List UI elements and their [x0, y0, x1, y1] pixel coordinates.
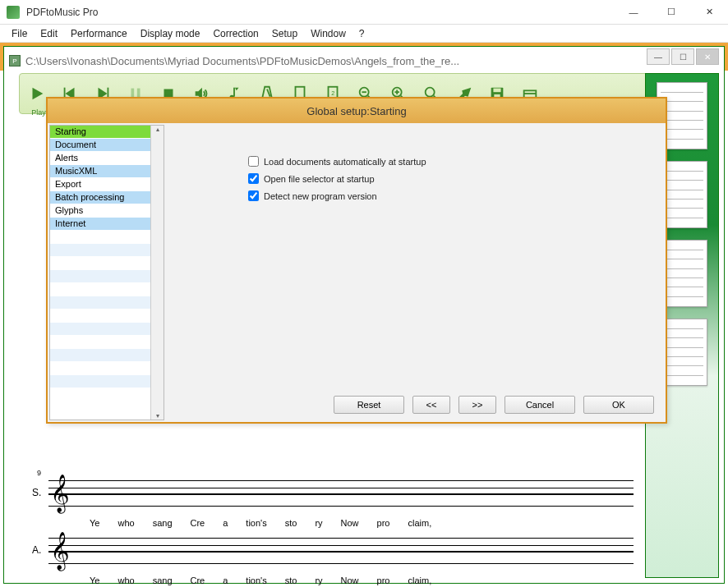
voice-label: S. [32, 487, 41, 498]
maximize-button[interactable]: ☐ [652, 0, 690, 25]
menu-display-mode[interactable]: Display mode [134, 26, 207, 41]
voice-label: A. [32, 544, 41, 556]
menu-setup[interactable]: Setup [265, 26, 304, 41]
doc-close-button[interactable]: ✕ [696, 48, 719, 65]
menu-file[interactable]: File [5, 26, 34, 41]
next-page-button[interactable]: >> [458, 396, 496, 414]
app-icon [7, 6, 20, 19]
document-path: C:\Users\Ivonash\Documents\Myriad Docume… [25, 55, 459, 67]
doc-maximize-button[interactable]: ☐ [671, 48, 694, 65]
menu-correction[interactable]: Correction [206, 26, 265, 41]
category-item-export[interactable]: Export [50, 178, 150, 191]
svg-text:2: 2 [331, 89, 334, 97]
cancel-button[interactable]: Cancel [505, 396, 575, 414]
option-label: Load documents automatically at startup [264, 157, 426, 167]
menu-help[interactable]: ? [352, 26, 371, 41]
svg-rect-6 [233, 88, 235, 97]
category-item-alerts[interactable]: Alerts [50, 152, 150, 165]
staff-alto: A. 𝄞 YewhosangCreation'sstoryNowproclaim… [24, 531, 634, 574]
checkbox-open-selector[interactable] [248, 173, 259, 184]
window-titlebar: PDFtoMusic Pro — ☐ ✕ [0, 0, 728, 25]
list-item [50, 283, 150, 296]
reset-button[interactable]: Reset [334, 396, 404, 414]
dialog-title: Global setup:Starting [48, 99, 666, 123]
list-item [50, 270, 150, 283]
menu-edit[interactable]: Edit [34, 26, 64, 41]
score-view: 9 S. 𝄞 YewhosangCreation'sstoryNowprocla… [24, 474, 634, 575]
option-detect-version[interactable]: Detect new program version [248, 190, 649, 201]
checkbox-load-auto[interactable] [248, 156, 259, 167]
ok-button[interactable]: OK [583, 396, 654, 414]
option-label: Detect new program version [264, 191, 377, 201]
list-item [50, 375, 150, 388]
minimize-button[interactable]: — [615, 0, 652, 25]
lyrics-row: YewhosangCreation'sstoryNowproclaim, [90, 518, 634, 528]
treble-clef-icon: 𝄞 [50, 474, 70, 513]
svg-point-18 [426, 88, 435, 97]
menu-window[interactable]: Window [304, 26, 352, 41]
document-title: P C:\Users\Ivonash\Documents\Myriad Docu… [9, 50, 625, 71]
treble-clef-icon: 𝄞 [50, 531, 70, 571]
global-setup-dialog: Global setup:Starting Starting Document … [46, 97, 667, 424]
option-open-selector[interactable]: Open file selector at startup [248, 173, 649, 184]
doc-minimize-button[interactable]: — [647, 48, 670, 65]
menubar: File Edit Performance Display mode Corre… [0, 25, 728, 43]
category-list: Starting Document Alerts MusicXML Export… [49, 125, 164, 420]
category-item-glyphs[interactable]: Glyphs [50, 204, 150, 218]
list-item [50, 349, 150, 362]
list-item [50, 388, 150, 401]
list-item [50, 323, 150, 336]
document-icon: P [9, 55, 21, 66]
list-item [50, 362, 150, 375]
option-load-auto[interactable]: Load documents automatically at startup [248, 156, 649, 167]
close-button[interactable]: ✕ [690, 0, 728, 25]
lyrics-row: YewhosangCreation'sstoryNowproclaim, [90, 576, 634, 585]
checkbox-detect-version[interactable] [248, 190, 259, 201]
svg-rect-21 [493, 89, 500, 93]
option-label: Open file selector at startup [264, 174, 375, 184]
list-item [50, 231, 150, 244]
scrollbar[interactable]: ▴▾ [150, 126, 164, 420]
list-item [50, 296, 150, 310]
measure-number: 9 [37, 469, 41, 477]
category-item-musicxml[interactable]: MusicXML [50, 165, 150, 178]
category-item-batch[interactable]: Batch processing [50, 191, 150, 204]
menu-performance[interactable]: Performance [64, 26, 134, 41]
category-item-document[interactable]: Document [50, 139, 150, 152]
list-item [50, 310, 150, 323]
app-title: PDFtoMusic Pro [26, 7, 615, 18]
list-item [50, 244, 150, 257]
list-item [50, 257, 150, 270]
scroll-down-icon[interactable]: ▾ [156, 412, 159, 420]
scroll-up-icon[interactable]: ▴ [156, 126, 159, 133]
prev-page-button[interactable]: << [412, 396, 450, 414]
list-item [50, 336, 150, 349]
category-item-internet[interactable]: Internet [50, 218, 150, 231]
category-item-starting[interactable]: Starting [50, 126, 150, 139]
staff-soprano: 9 S. 𝄞 YewhosangCreation'sstoryNowprocla… [24, 474, 634, 516]
options-panel: Load documents automatically at startup … [166, 123, 666, 422]
